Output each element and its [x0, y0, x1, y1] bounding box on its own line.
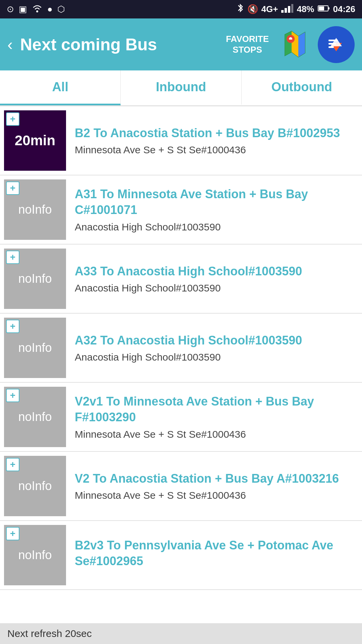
svg-rect-3	[288, 6, 290, 13]
bus-route-label: A32 To Anacostia High School#1003590	[75, 333, 355, 348]
photo-icon: ▣	[19, 4, 27, 14]
bluetooth-icon	[237, 3, 244, 16]
svg-rect-1	[281, 10, 284, 13]
refresh-text: Next refresh 20sec	[7, 628, 92, 639]
tab-all[interactable]: All	[0, 70, 121, 105]
bus-list-item: + noInfo B2v3 To Pennsylvania Ave Se + P…	[0, 521, 362, 590]
bus-list-item: + noInfo A33 To Anacostia High School#10…	[0, 245, 362, 314]
bus-time-box: + noInfo	[4, 179, 66, 240]
bus-time-label: noInfo	[18, 548, 52, 562]
bus-list: + 20min B2 To Anacostia Station + Bus Ba…	[0, 106, 362, 590]
status-left-icons: ⊙ ▣ ● ⬡	[7, 3, 65, 15]
bus-time-label: noInfo	[18, 410, 52, 424]
bus-stop-label: Minnesota Ave Se + S St Se#1000436	[75, 490, 355, 501]
svg-rect-4	[291, 4, 293, 13]
bus-time-box: + noInfo	[4, 249, 66, 309]
svg-rect-17	[328, 40, 338, 41]
bus-route-label: A33 To Anacostia High School#1003590	[75, 264, 355, 279]
bus-stop-label: Minnesota Ave Se + S St Se#1000436	[75, 429, 355, 440]
bus-list-item: + noInfo V2 To Anacostia Station + Bus B…	[0, 452, 362, 521]
bottom-refresh-bar: Next refresh 20sec	[0, 623, 362, 644]
add-favorite-button[interactable]: +	[6, 181, 19, 195]
battery-icon	[318, 4, 330, 14]
svg-marker-10	[285, 31, 292, 56]
map-button[interactable]	[278, 28, 312, 61]
bus-details[interactable]: B2 To Anacostia Station + Bus Bay B#1002…	[70, 106, 362, 175]
svg-rect-2	[285, 8, 287, 13]
bus-details[interactable]: A31 To Minnesota Ave Station + Bus Bay C…	[70, 175, 362, 244]
add-favorite-button[interactable]: +	[6, 527, 19, 540]
tab-bar: All Inbound Outbound	[0, 70, 362, 106]
bus-time-label: 20min	[15, 132, 55, 149]
svg-marker-16	[330, 38, 342, 46]
svg-rect-18	[328, 43, 336, 45]
bus-time-label: noInfo	[18, 203, 52, 217]
bus-stop-label: Anacostia High School#1003590	[75, 282, 355, 294]
status-bar: ⊙ ▣ ● ⬡ 🔇 4G+ 48	[0, 0, 362, 18]
bus-list-item: + noInfo V2v1 To Minnesota Ave Station +…	[0, 383, 362, 452]
bus-route-label: V2 To Anacostia Station + Bus Bay A#1003…	[75, 471, 355, 487]
bus-details[interactable]: A33 To Anacostia High School#1003590 Ana…	[70, 245, 362, 313]
bus-time-box: + 20min	[4, 110, 66, 171]
bus-route-label: A31 To Minnesota Ave Station + Bus Bay C…	[75, 186, 355, 218]
bus-details[interactable]: V2 To Anacostia Station + Bus Bay A#1003…	[70, 452, 362, 520]
bus-stop-label: Anacostia High School#1003590	[75, 221, 355, 233]
bus-time-label: noInfo	[18, 479, 52, 493]
add-favorite-button[interactable]: +	[6, 112, 19, 126]
battery-label: 48%	[297, 4, 314, 14]
shield-icon: ⊙	[7, 4, 14, 14]
bus-stop-label: Anacostia High School#1003590	[75, 352, 355, 363]
svg-rect-7	[328, 7, 329, 9]
bus-route-label: B2v3 To Pennsylvania Ave Se + Potomac Av…	[75, 538, 355, 569]
network-label: 4G+	[261, 4, 278, 14]
add-favorite-button[interactable]: +	[6, 251, 19, 264]
bus-list-item: + 20min B2 To Anacostia Station + Bus Ba…	[0, 106, 362, 175]
bus-route-label: B2 To Anacostia Station + Bus Bay B#1002…	[75, 125, 355, 141]
browser-icon: ●	[47, 4, 53, 14]
add-favorite-button[interactable]: +	[6, 389, 19, 402]
status-right-icons: 🔇 4G+ 48% 04:26	[237, 3, 355, 16]
favorite-stops-button[interactable]: FAVORITE STOPS	[226, 34, 269, 55]
bus-details[interactable]: B2v3 To Pennsylvania Ave Se + Potomac Av…	[70, 521, 362, 589]
app-icon: ⬡	[57, 4, 65, 14]
bus-time-box: + noInfo	[4, 387, 66, 447]
sort-button[interactable]	[318, 26, 355, 63]
page-title: Next coming Bus	[20, 35, 220, 54]
add-favorite-button[interactable]: +	[6, 320, 19, 333]
bus-list-item: + noInfo A31 To Minnesota Ave Station + …	[0, 175, 362, 245]
svg-point-0	[36, 10, 38, 12]
bus-details[interactable]: V2v1 To Minnesota Ave Station + Bus Bay …	[70, 383, 362, 451]
svg-rect-19	[328, 46, 334, 48]
bus-time-box: + noInfo	[4, 318, 66, 378]
bus-time-box: + noInfo	[4, 525, 66, 585]
tab-inbound[interactable]: Inbound	[121, 70, 241, 105]
bus-time-label: noInfo	[18, 341, 52, 355]
add-favorite-button[interactable]: +	[6, 458, 19, 471]
bus-details[interactable]: A32 To Anacostia High School#1003590 Ana…	[70, 314, 362, 382]
tab-outbound[interactable]: Outbound	[242, 70, 362, 105]
bus-stop-label: Minnesota Ave Se + S St Se#1000436	[75, 144, 355, 156]
back-button[interactable]: ‹	[7, 35, 13, 54]
mute-icon: 🔇	[247, 4, 258, 14]
bus-route-label: V2v1 To Minnesota Ave Station + Bus Bay …	[75, 394, 355, 425]
bus-time-label: noInfo	[18, 272, 52, 286]
svg-rect-6	[319, 6, 324, 10]
signal-icon	[281, 3, 293, 15]
time-display: 04:26	[333, 4, 356, 14]
bus-time-box: + noInfo	[4, 456, 66, 516]
wifi-icon	[32, 3, 43, 15]
svg-marker-11	[298, 32, 305, 57]
app-header: ‹ Next coming Bus FAVORITE STOPS	[0, 18, 362, 70]
bus-list-item: + noInfo A32 To Anacostia High School#10…	[0, 314, 362, 383]
